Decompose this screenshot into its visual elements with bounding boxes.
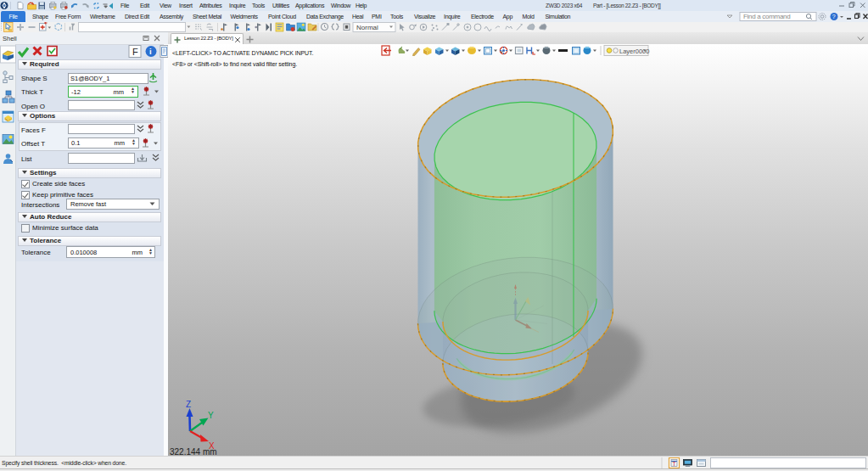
svg-text:322.144 mm: 322.144 mm <box>170 447 217 456</box>
svg-text:Z: Z <box>186 400 191 409</box>
svg-text:Normal: Normal <box>356 24 378 31</box>
svg-text:?: ? <box>832 14 836 20</box>
svg-text:F: F <box>132 47 138 57</box>
svg-text:i: i <box>149 47 152 56</box>
svg-text:T: T <box>673 461 676 467</box>
svg-text:Find a command: Find a command <box>743 13 790 20</box>
svg-text:Y: Y <box>208 411 214 420</box>
